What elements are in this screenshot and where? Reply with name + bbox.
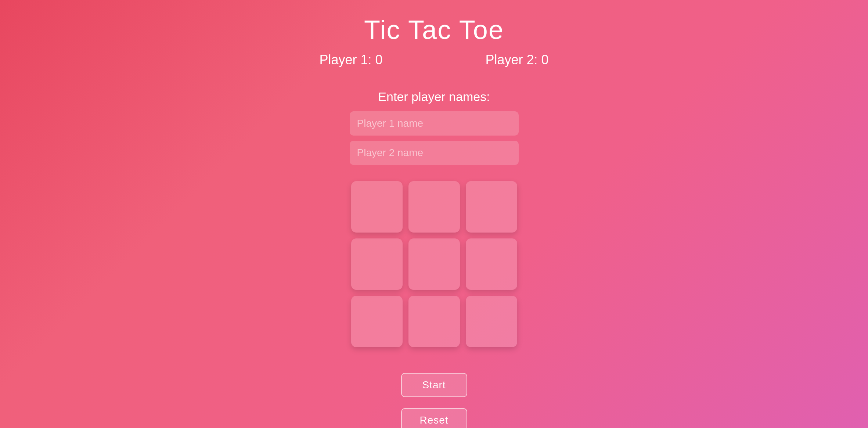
cell-6[interactable]: [351, 296, 403, 347]
game-title: Tic Tac Toe: [364, 15, 504, 45]
player1-name-input[interactable]: [350, 111, 519, 136]
player1-score: Player 1: 0: [319, 52, 382, 68]
cell-4[interactable]: [408, 238, 460, 290]
cell-3[interactable]: [351, 238, 403, 290]
cell-7[interactable]: [408, 296, 460, 347]
player2-name-input[interactable]: [350, 141, 519, 165]
game-board: [351, 181, 517, 347]
start-button[interactable]: Start: [401, 373, 467, 397]
cell-0[interactable]: [351, 181, 403, 233]
player2-score: Player 2: 0: [486, 52, 549, 68]
cell-2[interactable]: [466, 181, 517, 233]
reset-button[interactable]: Reset: [401, 408, 467, 428]
prompt-text: Enter player names:: [378, 90, 490, 104]
cell-5[interactable]: [466, 238, 517, 290]
cell-8[interactable]: [466, 296, 517, 347]
cell-1[interactable]: [408, 181, 460, 233]
scoreboard: Player 1: 0 Player 2: 0: [319, 52, 548, 68]
player-inputs: [350, 111, 519, 170]
action-buttons: Start Reset: [401, 373, 467, 428]
